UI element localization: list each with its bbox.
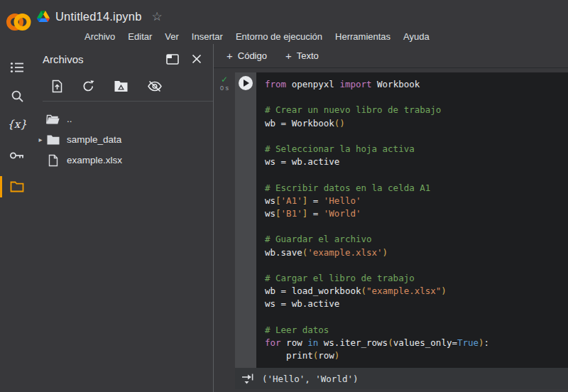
output-text: ('Hello', 'World') <box>262 374 358 384</box>
code-cell: from openpyxl import Workbook # Crear un… <box>235 72 568 368</box>
play-icon <box>244 80 249 87</box>
open-in-tab-icon[interactable] <box>166 54 179 65</box>
notebook-area: + Código + Texto ✓ 0 s <box>214 44 568 392</box>
menu-item-herramientas[interactable]: Herramientas <box>329 31 397 42</box>
tree-item-sample-data[interactable]: ▸ sample_data <box>34 129 213 150</box>
tree-item-label: example.xlsx <box>67 155 122 165</box>
close-panel-icon[interactable] <box>192 54 202 64</box>
code-line: wb = load_workbook("example.xlsx") <box>265 285 564 298</box>
left-rail: {x} <box>0 44 34 392</box>
add-code-label: Código <box>238 50 267 61</box>
file-panel-header: Archivos <box>34 44 213 74</box>
drive-icon[interactable] <box>37 11 50 22</box>
expand-caret-icon[interactable]: ▸ <box>36 136 45 143</box>
code-line <box>265 91 564 104</box>
code-line: ws = wb.active <box>265 156 564 168</box>
search-icon[interactable] <box>0 82 34 109</box>
code-line: # Seleccionar la hoja activa <box>265 143 564 156</box>
code-cell-wrap: from openpyxl import Workbook # Crear un… <box>235 72 568 392</box>
cell-execution-status: ✓ 0 s <box>214 72 235 392</box>
cell-gutter <box>235 72 256 368</box>
hidden-files-icon[interactable] <box>147 80 163 92</box>
code-line <box>265 130 564 143</box>
cell-region: ✓ 0 s from openpyxl import Workbook # Cr… <box>214 68 568 392</box>
file-icon <box>48 154 59 167</box>
code-line <box>265 168 564 181</box>
title-row: Untitled14.ipynb ☆ <box>37 4 568 28</box>
execution-success-icon: ✓ <box>221 75 228 84</box>
notebook-title[interactable]: Untitled14.ipynb <box>55 10 142 23</box>
add-text-label: Texto <box>297 50 319 61</box>
code-line: for row in ws.iter_rows(values_only=True… <box>265 337 564 349</box>
code-line: from openpyxl import Workbook <box>265 78 564 91</box>
code-line: # Escribir datos en la celda A1 <box>265 182 564 195</box>
code-line: # Leer datos <box>265 324 564 337</box>
plus-icon: + <box>226 50 233 62</box>
file-tree: ..▸ sample_data example.xlsx <box>34 102 213 170</box>
output-options-icon[interactable] <box>241 372 255 385</box>
file-panel-title: Archivos <box>43 53 153 65</box>
upload-file-icon[interactable] <box>51 80 63 93</box>
body: {x} Archivos <box>0 44 568 392</box>
menu-item-ayuda[interactable]: Ayuda <box>397 31 436 42</box>
header: Untitled14.ipynb ☆ ArchivoEditarVerInser… <box>0 0 568 44</box>
tree-item--[interactable]: .. <box>34 109 213 129</box>
code-line: ws['B1'] = 'World' <box>265 207 564 220</box>
code-line: # Crear un nuevo libro de trabajo <box>265 104 564 116</box>
menu-item-editar[interactable]: Editar <box>121 31 158 42</box>
menu-item-insertar[interactable]: Insertar <box>185 31 229 42</box>
code-line <box>265 220 564 233</box>
star-icon[interactable]: ☆ <box>152 11 163 23</box>
tree-item-label: sample_data <box>67 134 121 145</box>
file-panel-toolbar <box>34 74 213 98</box>
tree-item-label: .. <box>67 114 72 124</box>
code-line: wb.save('example.xlsx') <box>265 246 564 259</box>
code-line: print(row) <box>265 349 564 362</box>
folder-icon <box>46 134 60 146</box>
mount-drive-icon[interactable] <box>114 80 129 92</box>
variables-icon[interactable]: {x} <box>0 111 34 138</box>
code-line: # Cargar el libro de trabajo <box>265 272 564 285</box>
run-cell-button[interactable] <box>239 76 253 90</box>
colab-logo-icon <box>6 11 31 33</box>
execution-time: 0 s <box>220 85 229 92</box>
colab-window: Untitled14.ipynb ☆ ArchivoEditarVerInser… <box>0 0 568 392</box>
code-line <box>265 259 564 272</box>
add-code-button[interactable]: + Código <box>226 50 267 62</box>
add-text-button[interactable]: + Texto <box>285 50 319 62</box>
code-editor[interactable]: from openpyxl import Workbook # Crear un… <box>256 72 568 368</box>
plus-icon: + <box>285 50 292 62</box>
files-icon[interactable] <box>0 173 34 200</box>
secrets-key-icon[interactable] <box>0 142 34 169</box>
menu-item-archivo[interactable]: Archivo <box>78 31 121 42</box>
header-main: Untitled14.ipynb ☆ ArchivoEditarVerInser… <box>37 0 568 44</box>
refresh-icon[interactable] <box>82 80 95 93</box>
tree-item-example-xlsx[interactable]: example.xlsx <box>34 150 213 170</box>
code-line: wb = Workbook() <box>265 117 564 130</box>
menu-bar: ArchivoEditarVerInsertarEntorno de ejecu… <box>37 28 568 44</box>
table-of-contents-icon[interactable] <box>0 54 34 81</box>
file-panel: Archivos <box>34 44 213 392</box>
code-line: ws = wb.active <box>265 298 564 310</box>
cell-toolbar: + Código + Texto <box>214 44 568 68</box>
menu-item-entorno-de-ejecuci-n[interactable]: Entorno de ejecución <box>229 31 329 42</box>
cell-output: ('Hello', 'World') <box>235 368 568 389</box>
code-line: ws['A1'] = 'Hello' <box>265 195 564 207</box>
menu-item-ver[interactable]: Ver <box>158 31 185 42</box>
code-line: # Guardar el archivo <box>265 233 564 246</box>
colab-logo[interactable] <box>0 0 37 44</box>
folder-open-icon <box>46 114 60 125</box>
code-line <box>265 311 564 324</box>
